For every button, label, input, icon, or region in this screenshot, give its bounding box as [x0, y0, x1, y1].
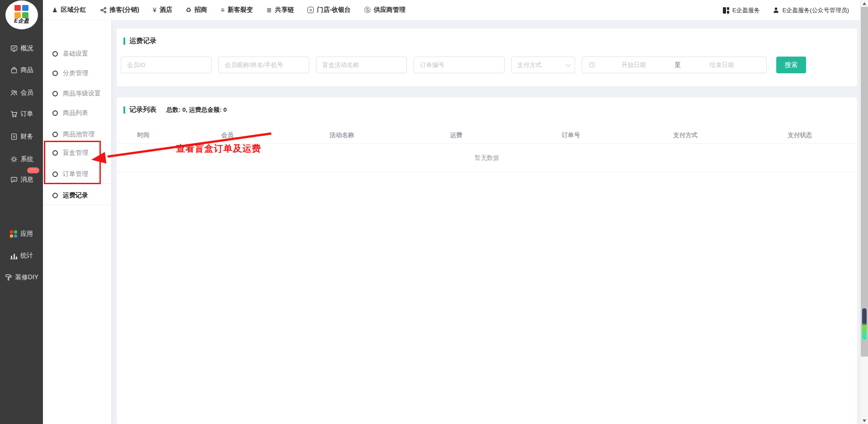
supplier-icon: Ⓢ: [364, 7, 371, 13]
sidebar-item-label: 财务: [21, 133, 33, 141]
apps-grid-icon: [10, 230, 18, 238]
sidebar-item-decorate-diy[interactable]: 装修DIY: [0, 268, 43, 286]
empty-state: 暂无数据: [117, 144, 857, 172]
nav-item-new-customer-fission[interactable]: ≡ 新客裂变: [221, 6, 253, 14]
order-no-input[interactable]: [414, 57, 505, 73]
circle-icon: [52, 71, 58, 76]
arrow-down-icon: [863, 419, 866, 422]
submenu-item-category-management[interactable]: 分类管理: [43, 64, 112, 83]
nav-item-investment[interactable]: ♻ 招商: [186, 6, 208, 14]
panel-title: 记录列表 总数: 0, 运费总金额: 0: [117, 97, 857, 114]
main-sidebar: E企盈 概况 商品 会员 订单 ¥ 财务 系统 消息 ··· 应用 统计 装修D…: [0, 0, 43, 424]
sidebar-item-label: 概况: [21, 44, 33, 52]
circle-icon: [52, 150, 58, 156]
sidebar-item-members[interactable]: 会员: [0, 84, 43, 102]
message-badge: ···: [27, 167, 39, 173]
store-icon: [307, 7, 314, 13]
submenu-item-goods-list[interactable]: 商品列表: [43, 104, 112, 123]
search-button[interactable]: 搜索: [776, 57, 806, 73]
users-icon: [10, 89, 18, 97]
sidebar-item-label: 会员: [21, 89, 33, 97]
circle-icon: [52, 132, 58, 137]
finance-yen-icon: ¥: [10, 133, 18, 141]
page-title: 运费记录: [129, 37, 156, 45]
pay-method-placeholder: 支付方式: [517, 61, 566, 69]
submenu-item-order-management[interactable]: 订单管理: [43, 165, 112, 184]
submenu-item-basic-settings[interactable]: 基础设置: [43, 44, 112, 63]
sidebar-item-overview[interactable]: 概况: [0, 39, 43, 57]
search-filters: 支付方式 开始日期 至 结束日期 搜索: [121, 57, 806, 73]
main-content: 运费记录 支付方式 开始日期 至 结束日期 搜索 记录列表 总数: 0, 运费总…: [112, 20, 860, 424]
share-icon: [100, 7, 107, 14]
scrollbar-up-button[interactable]: [860, 0, 868, 7]
service-menu[interactable]: E企盈服务: [723, 6, 760, 14]
submenu-item-label: 商品列表: [63, 109, 88, 117]
sidebar-item-finance[interactable]: ¥ 财务: [0, 128, 43, 146]
app-logo[interactable]: E企盈: [5, 0, 38, 29]
cart-icon: [10, 110, 18, 118]
svg-text:¥: ¥: [12, 134, 15, 139]
date-separator: 至: [672, 61, 684, 69]
sidebar-item-label: 统计: [20, 252, 33, 260]
member-id-input[interactable]: [121, 57, 212, 73]
circle-icon: [52, 110, 58, 116]
submenu-item-blind-box-management[interactable]: 盲盒管理: [43, 143, 112, 162]
start-date-placeholder: 开始日期: [595, 61, 672, 69]
sidebar-item-messages[interactable]: 消息 ···: [0, 171, 43, 189]
sidebar-item-statistics[interactable]: 统计: [0, 247, 43, 265]
logo-glyph-icon: [14, 5, 29, 19]
records-title: 记录列表: [129, 105, 156, 114]
shop-bag-icon: [10, 66, 18, 74]
date-range-picker[interactable]: 开始日期 至 结束日期: [582, 57, 767, 73]
title-accent-bar: [123, 106, 125, 114]
title-accent-bar: [123, 38, 125, 45]
submenu-item-label: 商品等级设置: [63, 90, 101, 98]
nav-item-label: 新客裂变: [227, 6, 253, 14]
scrollbar-down-button[interactable]: [860, 417, 868, 424]
submenu-item-freight-records[interactable]: 运费记录: [43, 186, 112, 205]
nav-item-label: 区域分红: [61, 6, 86, 14]
submenu-item-goods-pool-management[interactable]: 商品池管理: [43, 125, 112, 144]
sidebar-item-label: 订单: [21, 110, 33, 118]
nav-item-supplier-management[interactable]: Ⓢ 供应商管理: [364, 6, 406, 14]
nav-item-region-bonus[interactable]: ♟ 区域分红: [52, 6, 86, 14]
topbar: ♟ 区域分红 推客(分销) ¥ 酒店 ♻ 招商 ≡ 新客裂变 ≣ 共享链 门店-…: [43, 0, 860, 20]
column-header-activity: 活动名称: [284, 131, 399, 139]
sidebar-item-apps[interactable]: 应用: [0, 225, 43, 243]
pay-method-select[interactable]: 支付方式: [511, 57, 575, 73]
trophy-icon: ♟: [52, 7, 58, 13]
sidebar-item-goods[interactable]: 商品: [0, 61, 43, 79]
circle-icon: [52, 172, 58, 177]
sidebar-item-system[interactable]: 系统: [0, 150, 43, 168]
top-navigation: ♟ 区域分红 推客(分销) ¥ 酒店 ♻ 招商 ≡ 新客裂变 ≣ 共享链 门店-…: [43, 6, 406, 14]
brand-name: E企盈: [14, 17, 29, 25]
nav-item-label: 招商: [194, 6, 207, 14]
nav-item-hotel[interactable]: ¥ 酒店: [153, 6, 172, 14]
service-label: E企盈服务: [732, 6, 760, 14]
submenu-item-goods-level-settings[interactable]: 商品等级设置: [43, 84, 112, 103]
sidebar-item-label: 应用: [20, 230, 33, 238]
submenu-item-label: 订单管理: [63, 170, 88, 178]
user-icon: [773, 7, 779, 14]
account-menu[interactable]: E企盈服务(公众号管理员): [773, 6, 849, 14]
account-label: E企盈服务(公众号管理员): [783, 6, 849, 14]
scroll-position-marker: [862, 308, 867, 340]
submenu-item-label: 基础设置: [63, 50, 88, 58]
table-header-row: 时间 会员 活动名称 运费 订单号 支付方式 支付状态: [117, 127, 857, 144]
sidebar-item-orders[interactable]: 订单: [0, 105, 43, 123]
nav-item-promoter[interactable]: 推客(分销): [100, 6, 139, 14]
nav-item-store-cashier[interactable]: 门店-收银台: [307, 6, 351, 14]
page-scrollbar[interactable]: [860, 0, 868, 424]
sidebar-item-label: 消息: [21, 176, 33, 184]
topbar-right: E企盈服务 E企盈服务(公众号管理员): [723, 0, 849, 20]
scrollbar-thumb[interactable]: [861, 7, 868, 357]
nav-item-label: 共享链: [275, 6, 294, 14]
blind-box-activity-input[interactable]: [316, 57, 407, 73]
menu-lines-icon: ≡: [221, 7, 224, 13]
sidebar-item-label: 系统: [21, 155, 33, 163]
gear-icon: [10, 155, 18, 163]
nav-item-share-chain[interactable]: ≣ 共享链: [266, 6, 294, 14]
member-info-input[interactable]: [218, 57, 309, 73]
circle-icon: [52, 193, 58, 198]
submenu-item-label: 商品池管理: [63, 130, 94, 138]
